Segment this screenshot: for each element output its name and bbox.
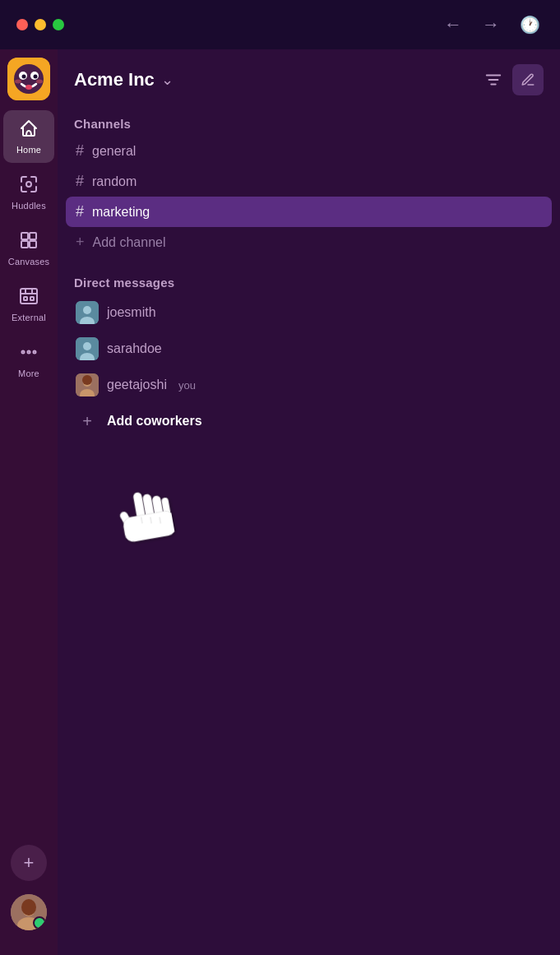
dm-item-sarahdoe[interactable]: sarahdoe <box>66 331 552 367</box>
channel-item-random[interactable]: # random <box>66 166 552 197</box>
svg-point-36 <box>82 375 92 385</box>
sidebar-item-home-label: Home <box>16 145 41 155</box>
sidebar-item-canvases-label: Canvases <box>8 257 50 267</box>
sidebar-item-home[interactable]: Home <box>3 110 54 163</box>
svg-point-6 <box>25 85 32 90</box>
channel-sidebar: Acme Inc ⌄ <box>58 49 560 955</box>
app-icon[interactable] <box>7 58 50 100</box>
sidebar-item-more-label: More <box>18 369 39 378</box>
nav-items: Home Huddles <box>0 109 58 845</box>
channel-name-marketing: marketing <box>92 205 150 220</box>
channel-name-random: random <box>92 174 137 189</box>
channels-section-label: Channels <box>66 109 552 136</box>
channel-name-general: general <box>92 144 136 159</box>
filter-button[interactable] <box>484 71 502 89</box>
sidebar-item-more[interactable]: More <box>3 334 54 387</box>
hash-icon-marketing: # <box>76 203 84 220</box>
add-workspace-button[interactable]: + <box>11 845 47 881</box>
header-actions <box>484 64 544 95</box>
workspace-name: Acme Inc <box>74 69 155 90</box>
channel-item-marketing[interactable]: # marketing <box>66 197 552 227</box>
external-icon <box>19 286 39 309</box>
add-coworkers-label: Add coworkers <box>107 414 202 429</box>
close-button[interactable] <box>16 19 28 30</box>
workspace-name-area[interactable]: Acme Inc ⌄ <box>74 69 174 90</box>
svg-rect-14 <box>21 289 37 304</box>
svg-rect-16 <box>30 297 34 300</box>
dm-name-joesmith: joesmith <box>107 305 156 320</box>
svg-point-17 <box>22 351 25 354</box>
bottom-actions: + <box>11 845 47 939</box>
svg-point-19 <box>34 351 36 354</box>
home-icon <box>19 118 39 141</box>
svg-point-23 <box>21 899 36 916</box>
dm-name-sarahdoe: sarahdoe <box>107 341 162 356</box>
svg-rect-12 <box>21 241 28 248</box>
svg-point-8 <box>36 80 43 84</box>
back-button[interactable]: ← <box>441 12 465 37</box>
sidebar-content: Channels # general # random # marketing … <box>58 109 560 955</box>
huddles-icon <box>19 174 39 197</box>
compose-button[interactable] <box>512 64 544 95</box>
dm-you-badge: you <box>178 379 196 392</box>
svg-point-18 <box>28 351 30 354</box>
hash-icon-general: # <box>76 142 84 160</box>
svg-rect-13 <box>30 241 36 248</box>
sidebar-item-canvases[interactable]: Canvases <box>3 222 54 275</box>
dm-item-joesmith[interactable]: joesmith <box>66 294 552 331</box>
sidebar-item-external-label: External <box>12 313 46 322</box>
maximize-button[interactable] <box>53 19 64 30</box>
sidebar-item-huddles-label: Huddles <box>12 201 46 211</box>
svg-rect-15 <box>24 297 27 300</box>
add-channel-label: Add channel <box>93 235 166 250</box>
add-coworkers-item[interactable]: + Add coworkers <box>66 403 552 439</box>
sidebar-item-huddles[interactable]: Huddles <box>3 166 54 219</box>
workspace-sidebar: Home Huddles <box>0 49 58 955</box>
dm-avatar-sarahdoe <box>76 337 99 360</box>
dm-avatar-geetajoshi <box>76 373 99 396</box>
dm-avatar-joesmith <box>76 301 99 324</box>
svg-point-28 <box>83 306 91 314</box>
minimize-button[interactable] <box>35 19 46 30</box>
add-channel-item[interactable]: + Add channel <box>66 227 552 257</box>
nav-controls: ← → 🕐 <box>441 12 544 37</box>
dm-item-geetajoshi[interactable]: geetajoshi you <box>66 367 552 403</box>
svg-point-7 <box>15 80 21 84</box>
more-icon <box>19 342 39 365</box>
svg-rect-11 <box>30 233 36 239</box>
main-layout: Home Huddles <box>0 49 560 955</box>
dm-section-label: Direct messages <box>66 267 552 294</box>
svg-point-5 <box>34 75 38 79</box>
sidebar-item-external[interactable]: External <box>3 278 54 331</box>
canvases-icon <box>19 230 39 253</box>
history-button[interactable]: 🕐 <box>516 13 544 36</box>
svg-point-31 <box>83 342 91 350</box>
svg-rect-10 <box>21 233 28 239</box>
dm-name-geetajoshi: geetajoshi <box>107 378 167 392</box>
sidebar-header: Acme Inc ⌄ <box>58 49 560 109</box>
workspace-dropdown-icon: ⌄ <box>161 71 174 89</box>
add-coworkers-icon: + <box>76 410 99 433</box>
channel-item-general[interactable]: # general <box>66 136 552 166</box>
forward-button[interactable]: → <box>479 12 503 37</box>
svg-point-9 <box>26 182 31 187</box>
window-controls <box>16 19 64 30</box>
add-channel-icon: + <box>76 234 85 251</box>
user-avatar[interactable] <box>11 894 47 930</box>
hash-icon-random: # <box>76 173 84 190</box>
titlebar: ← → 🕐 <box>0 0 560 49</box>
svg-point-4 <box>22 75 26 79</box>
dm-section: Direct messages joesmith <box>66 267 552 439</box>
